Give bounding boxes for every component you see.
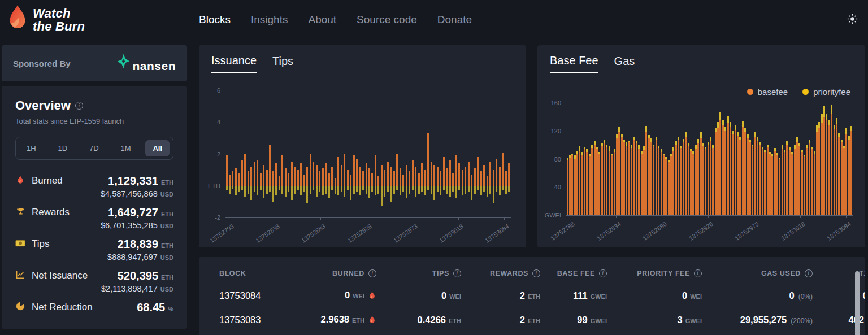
bar-priorityfee xyxy=(722,120,724,125)
bar-priorityfee xyxy=(611,154,613,155)
cell-gas-used: 29,955,275(200%) xyxy=(740,315,813,325)
bar-priorityfee xyxy=(579,146,580,150)
range-chip-all[interactable]: All xyxy=(145,140,170,156)
bar-basefee xyxy=(569,158,571,215)
bar-positive xyxy=(406,165,407,186)
bar-negative xyxy=(341,186,342,192)
trophy-icon xyxy=(15,207,25,230)
bar-basefee xyxy=(683,142,684,215)
bar-priorityfee xyxy=(782,145,783,149)
nav-item-blocks[interactable]: Blocks xyxy=(199,14,231,26)
bar-basefee xyxy=(794,149,796,215)
bar-priorityfee xyxy=(717,122,719,128)
bar-basefee xyxy=(692,154,694,215)
col-header-txn[interactable]: TXNi xyxy=(859,269,865,277)
bar-priorityfee xyxy=(658,146,659,148)
bar-priorityfee xyxy=(675,141,677,145)
bar-basefee xyxy=(821,123,823,215)
bar-positive xyxy=(452,173,454,186)
bar-positive xyxy=(477,157,479,186)
bar-basefee xyxy=(663,155,665,215)
range-chip-1m[interactable]: 1M xyxy=(113,140,138,156)
bar-basefee xyxy=(638,149,640,215)
bar-priorityfee xyxy=(688,143,689,146)
tab-tips[interactable]: Tips xyxy=(272,54,293,73)
stat-value: 1,649,727ETH xyxy=(101,206,173,219)
cell-block-number[interactable]: 13753084 xyxy=(219,290,261,301)
table-row[interactable]: 137530840WEI0WEI2ETH111GWEI0WEI0(0%)0(0%… xyxy=(219,290,845,302)
bar-negative xyxy=(418,186,420,194)
col-header-priority-fee[interactable]: PRIORITY FEEi xyxy=(637,269,702,277)
bar-priorityfee xyxy=(690,149,692,151)
col-header-block[interactable]: BLOCK xyxy=(219,269,246,277)
tab-base-fee[interactable]: Base Fee xyxy=(550,54,598,73)
legend-dot-basefee xyxy=(747,89,753,95)
bar-priorityfee xyxy=(618,127,620,132)
bar-negative xyxy=(303,186,305,192)
bar-basefee xyxy=(611,155,613,215)
table-row[interactable]: 137530832.9638ETH0.4266ETH2ETH99GWEI3GWE… xyxy=(219,314,845,326)
bar-negative xyxy=(440,186,441,195)
bar-negative xyxy=(396,186,398,190)
bar-negative xyxy=(359,186,361,195)
bar-negative xyxy=(232,186,233,189)
x-tick-label: 13752880 xyxy=(641,220,668,242)
cell-block-number[interactable]: 13753083 xyxy=(219,315,261,325)
range-chip-1d[interactable]: 1D xyxy=(50,140,75,156)
col-header-base-fee[interactable]: BASE FEEi xyxy=(557,269,607,277)
bar-priorityfee xyxy=(749,140,751,142)
info-icon[interactable]: i xyxy=(532,269,540,277)
bar-priorityfee xyxy=(771,154,773,156)
bar-negative xyxy=(241,186,243,190)
bar-priorityfee xyxy=(601,143,603,146)
bar-basefee xyxy=(749,142,751,215)
info-icon[interactable]: i xyxy=(694,269,702,277)
bar-priorityfee xyxy=(826,114,827,120)
col-header-burned[interactable]: BURNEDi xyxy=(332,269,376,277)
tab-issuance[interactable]: Issuance xyxy=(211,54,257,73)
bar-positive xyxy=(368,168,370,186)
blocks-table-panel: BLOCKBURNEDiTIPSiREWARDSiBASE FEEiPRIORI… xyxy=(199,257,865,335)
legend-label: basefee xyxy=(758,87,788,97)
y-tick-label: 80 xyxy=(554,156,561,163)
info-icon[interactable]: i xyxy=(368,269,376,277)
bar-basefee xyxy=(752,146,753,215)
stat-label: Burned xyxy=(32,175,63,198)
bar-positive xyxy=(248,171,249,185)
nav-item-donate[interactable]: Donate xyxy=(437,14,472,26)
bar-negative xyxy=(406,186,407,199)
bar-basefee xyxy=(834,129,835,215)
col-header-gas-used[interactable]: GAS USEDi xyxy=(761,269,813,277)
bar-negative xyxy=(263,186,264,199)
nav-item-insights[interactable]: Insights xyxy=(251,14,288,26)
bar-positive xyxy=(384,170,385,186)
nav-item-about[interactable]: About xyxy=(308,14,336,26)
tab-gas[interactable]: Gas xyxy=(614,54,635,73)
bar-negative xyxy=(353,186,355,194)
col-header-label: PRIORITY FEE xyxy=(637,269,690,277)
info-icon[interactable]: i xyxy=(453,269,461,277)
range-chip-7d[interactable]: 7D xyxy=(82,140,106,156)
info-icon[interactable]: i xyxy=(75,102,83,110)
col-header-rewards[interactable]: REWARDSi xyxy=(490,269,540,277)
info-icon[interactable]: i xyxy=(599,269,607,277)
bar-negative xyxy=(474,186,476,194)
range-chip-1h[interactable]: 1H xyxy=(19,140,44,156)
overview-title: Overview xyxy=(15,98,71,113)
bar-basefee xyxy=(609,151,610,215)
app-logo[interactable]: Watch the Burn xyxy=(7,5,85,35)
bar-priorityfee xyxy=(567,158,568,160)
col-header-label: TIPS xyxy=(432,269,449,277)
col-header-tips[interactable]: TIPSi xyxy=(432,269,461,277)
table-scrollbar[interactable] xyxy=(855,271,860,335)
bar-negative xyxy=(483,186,485,192)
bar-priorityfee xyxy=(798,143,800,146)
theme-toggle[interactable] xyxy=(847,14,858,26)
nav-item-source-code[interactable]: Source code xyxy=(357,14,417,26)
sponsor-logo[interactable]: nansen xyxy=(116,54,176,73)
cell-tips: 0.4266ETH xyxy=(418,315,461,325)
basefee-tabs: Base FeeGas xyxy=(537,45,865,73)
y-tick-label: ETH xyxy=(208,182,220,189)
info-icon[interactable]: i xyxy=(805,269,813,277)
bar-negative xyxy=(300,186,302,195)
